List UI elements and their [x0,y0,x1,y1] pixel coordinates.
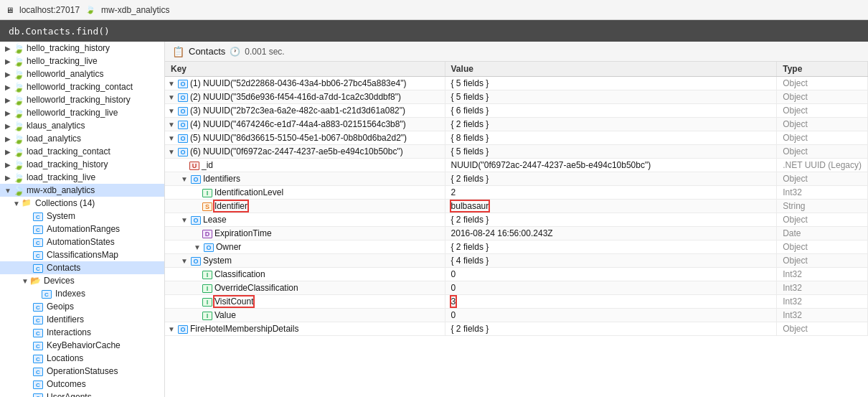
type-cell: Date [777,227,868,240]
sidebar-item-System[interactable]: ▶ C System [0,210,164,223]
expand-arrow-icon[interactable]: ▼ [168,107,176,115]
sidebar-item-UserAgents[interactable]: ▶ C UserAgents [0,391,164,397]
sidebar-item-load_tracking_history[interactable]: ▶ 🍃 load_tracking_history [0,158,164,171]
type-icon: I [202,271,212,279]
collection-icon: C [33,392,44,397]
type-cell: Object [777,118,868,131]
type-icon: I [202,298,212,307]
sidebar-item-Indexes[interactable]: ▶ C Indexes [0,287,164,300]
sidebar-item-Outcomes[interactable]: ▶ C Outcomes [0,378,164,391]
expand-arrow-icon[interactable]: ▼ [168,80,176,88]
type-icon: O [178,325,188,334]
table-row[interactable]: IClassification0Int32 [165,268,868,281]
sidebar-item-load_tracking_live[interactable]: ▶ 🍃 load_tracking_live [0,171,164,184]
table-row[interactable]: ▼O(4) NUUID("4674246c-e1d7-44a4-a883-021… [165,118,868,131]
expand-arrow-icon[interactable]: ▼ [168,148,176,156]
value-cell: NUUID("0f6972ac-2447-4237-ae5b-e494c10b5… [445,159,777,172]
db-icon: 🍃 [13,108,24,118]
main-area: ▶ 🍃 hello_tracking_history ▶ 🍃 hello_tra… [0,42,868,397]
sidebar-item-load_analytics[interactable]: ▶ 🍃 load_analytics [0,132,164,145]
table-row[interactable]: IIdentificationLevel2Int32 [165,186,868,200]
value-cell: { 2 fields } [445,240,777,254]
server-icon: 🖥 [6,6,14,14]
table-row[interactable]: U_idNUUID("0f6972ac-2447-4237-ae5b-e494c… [165,159,868,172]
sidebar-item-mw-xdb_analytics[interactable]: ▼ 🍃 mw-xdb_analytics [0,184,164,197]
type-cell: String [777,200,868,213]
value-cell: 2 [445,186,777,200]
table-row[interactable]: ▼OFireHotelMembershipDetails{ 2 fields }… [165,322,868,336]
table-row[interactable]: ▼OLease{ 2 fields }Object [165,213,868,227]
sidebar-item-ClassificationsMap[interactable]: ▶ C ClassificationsMap [0,248,164,261]
key-cell: IClassification [165,268,445,281]
type-icon: D [202,230,212,238]
collection-icon: C [33,366,44,376]
expand-arrow-icon[interactable]: ▼ [194,243,202,251]
type-icon: O [178,121,188,129]
sidebar-item-Geoips[interactable]: ▶ C Geoips [0,300,164,313]
table-row[interactable]: SIdentifierbulbasaurString [165,200,868,213]
type-icon: U [189,162,199,170]
sidebar-item-klaus_analytics[interactable]: ▶ 🍃 klaus_analytics [0,119,164,132]
sidebar-item-collections[interactable]: ▼ 📁 Collections (14) [0,197,164,210]
table-row[interactable]: ▼OIdentifiers{ 2 fields }Object [165,172,868,186]
expand-arrow-icon[interactable]: ▼ [181,257,189,265]
content-header: 📋 Contacts 🕐 0.001 sec. [165,42,868,62]
key-label: IdentificationLevel [214,187,283,197]
sidebar-item-Contacts[interactable]: ▶ C Contacts [0,261,164,274]
top-bar: 🖥 localhost:27017 🍃 mw-xdb_analytics [0,0,868,20]
collection-icon: C [33,379,44,389]
type-cell: Object [777,104,868,118]
db-icon: 🍃 [13,159,24,169]
expand-arrow-icon[interactable]: ▼ [168,93,176,101]
table-row[interactable]: IVisitCount3Int32 [165,295,868,309]
sidebar-item-helloworld_tracking_contact[interactable]: ▶ 🍃 helloworld_tracking_contact [0,80,164,93]
expand-arrow-icon[interactable]: ▼ [168,134,176,142]
table-row[interactable]: ▼O(6) NUUID("0f6972ac-2447-4237-ae5b-e49… [165,145,868,159]
table-row[interactable]: ▼OOwner{ 2 fields }Object [165,240,868,254]
sidebar-item-Identifiers[interactable]: ▶ C Identifiers [0,313,164,326]
expand-arrow-icon[interactable]: ▼ [168,325,176,333]
table-row[interactable]: IValue0Int32 [165,309,868,322]
sidebar-item-Interactions[interactable]: ▶ C Interactions [0,326,164,339]
query-bar: db.Contacts.find() [0,20,868,42]
sidebar-item-AutomationRanges[interactable]: ▶ C AutomationRanges [0,223,164,235]
sidebar-item-helloworld_tracking_history[interactable]: ▶ 🍃 helloworld_tracking_history [0,93,164,106]
type-icon: O [178,93,188,102]
type-icon: O [204,243,214,252]
value-cell: 0 [445,309,777,322]
table-row[interactable]: ▼OSystem{ 4 fields }Object [165,254,868,268]
key-cell: IValue [165,309,445,322]
sidebar-item-hello_tracking_history[interactable]: ▶ 🍃 hello_tracking_history [0,42,164,55]
col-header-type: Type [777,62,868,77]
db-icon: 🍃 [13,134,24,144]
expand-arrow-icon[interactable]: ▼ [168,121,176,129]
sidebar-item-Locations[interactable]: ▶ C Locations [0,352,164,365]
table-row[interactable]: ▼O(5) NUUID("86d36615-5150-45e1-b067-0b8… [165,131,868,145]
expand-arrow-icon[interactable]: ▼ [181,175,189,183]
sidebar-item-helloworld_tracking_live[interactable]: ▶ 🍃 helloworld_tracking_live [0,106,164,119]
table-row[interactable]: ▼O(1) NUUID("52d22868-0436-43a4-bb06-27b… [165,77,868,90]
table-row[interactable]: DExpirationTime2016-08-24 16:56:00.243ZD… [165,227,868,240]
type-icon: I [202,312,212,320]
key-cell: ▼OLease [165,213,445,227]
sidebar-item-Devices[interactable]: ▼ 📂 Devices [0,274,164,287]
key-cell: ▼O(4) NUUID("4674246c-e1d7-44a4-a883-021… [165,118,445,131]
value-cell: { 2 fields } [445,213,777,227]
sidebar-item-load_tracking_contact[interactable]: ▶ 🍃 load_tracking_contact [0,145,164,158]
arrow-icon: ▶ [3,83,13,91]
db-icon: 🍃 [13,69,24,79]
key-cell: ▼OOwner [165,240,445,254]
sidebar-item-helloworld_analytics[interactable]: ▶ 🍃 helloworld_analytics [0,67,164,80]
table-row[interactable]: ▼O(2) NUUID("35d6e936-f454-416d-a7dd-1ca… [165,90,868,104]
table-row[interactable]: ▼O(3) NUUID("2b72c3ea-6a2e-482c-aab1-c21… [165,104,868,118]
sidebar-item-OperationStatuses[interactable]: ▶ C OperationStatuses [0,365,164,378]
sidebar-item-KeyBehaviorCache[interactable]: ▶ C KeyBehaviorCache [0,339,164,352]
sidebar-item-hello_tracking_live[interactable]: ▶ 🍃 hello_tracking_live [0,55,164,67]
sidebar-item-AutomationStates[interactable]: ▶ C AutomationStates [0,235,164,248]
table-row[interactable]: IOverrideClassification0Int32 [165,281,868,295]
arrow-icon: ▶ [3,122,13,130]
key-cell: DExpirationTime [165,227,445,240]
value-cell: 3 [445,295,777,309]
expand-arrow-icon[interactable]: ▼ [181,216,189,224]
key-label: Identifier [214,201,247,211]
